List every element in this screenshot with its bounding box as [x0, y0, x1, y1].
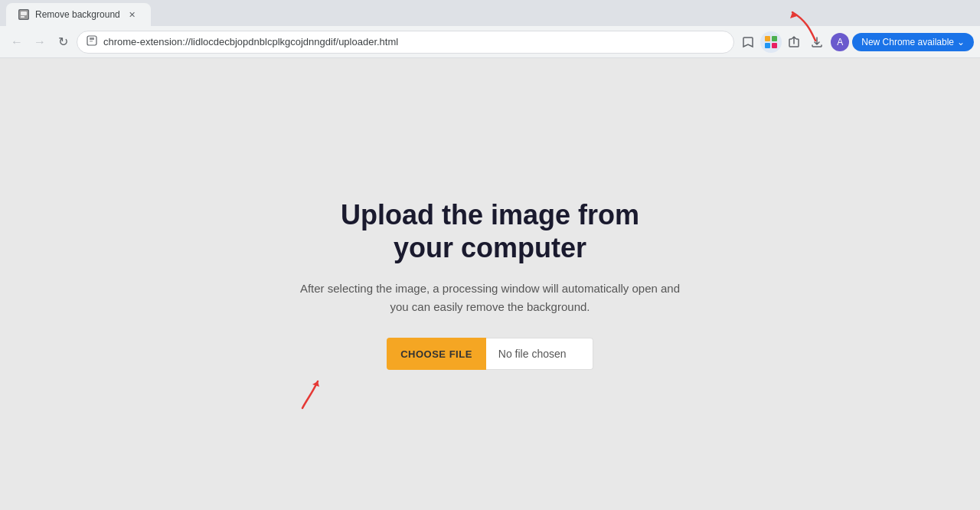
new-chrome-label: New Chrome available	[861, 37, 954, 47]
svg-rect-5	[90, 41, 93, 42]
tab-title: Remove background	[35, 9, 120, 20]
profile-avatar: A	[831, 33, 849, 51]
file-input-wrapper: CHOOSE FILE No file chosen	[299, 338, 681, 370]
nav-buttons: ← → ↻	[6, 31, 74, 53]
upload-container: Upload the image from your computer Afte…	[299, 198, 681, 370]
svg-rect-1	[21, 11, 27, 15]
address-url: chrome-extension://lidlocdecbjopdnblcplk…	[103, 36, 724, 47]
svg-rect-2	[21, 16, 24, 18]
svg-rect-4	[90, 38, 94, 40]
upload-description: After selecting the image, a processing …	[299, 280, 681, 316]
address-favicon-icon	[87, 35, 97, 48]
page-content: Upload the image from your computer Afte…	[0, 58, 980, 510]
forward-button[interactable]: →	[29, 31, 51, 53]
toolbar-icons: A New Chrome available ⌄	[737, 31, 974, 53]
tab-favicon	[18, 9, 29, 20]
reload-button[interactable]: ↻	[52, 31, 74, 53]
upload-title: Upload the image from your computer	[299, 198, 681, 264]
new-chrome-button[interactable]: New Chrome available ⌄	[852, 33, 974, 51]
no-file-label: No file chosen	[498, 348, 567, 360]
svg-rect-9	[772, 43, 777, 48]
download-button[interactable]	[806, 31, 828, 53]
tab-close-button[interactable]: ✕	[126, 8, 139, 21]
extension-button[interactable]	[760, 31, 782, 53]
annotation-arrow-bottom	[291, 366, 345, 412]
tab-bar: Remove background ✕	[0, 0, 980, 26]
address-bar[interactable]: chrome-extension://lidlocdecbjopdnblcplk…	[77, 31, 734, 54]
svg-rect-6	[765, 36, 770, 41]
file-name-display: No file chosen	[486, 338, 593, 370]
chevron-down-icon: ⌄	[957, 37, 965, 47]
profile-button[interactable]: A	[829, 31, 851, 53]
svg-rect-7	[772, 36, 777, 41]
choose-file-button[interactable]: CHOOSE FILE	[387, 338, 486, 370]
address-bar-row: ← → ↻ chrome-extension://lidlocdecbjopdn…	[0, 26, 980, 58]
bookmark-button[interactable]	[737, 31, 759, 53]
share-button[interactable]	[783, 31, 805, 53]
back-button[interactable]: ←	[6, 31, 28, 53]
svg-rect-8	[765, 43, 770, 48]
active-tab[interactable]: Remove background ✕	[6, 3, 151, 26]
